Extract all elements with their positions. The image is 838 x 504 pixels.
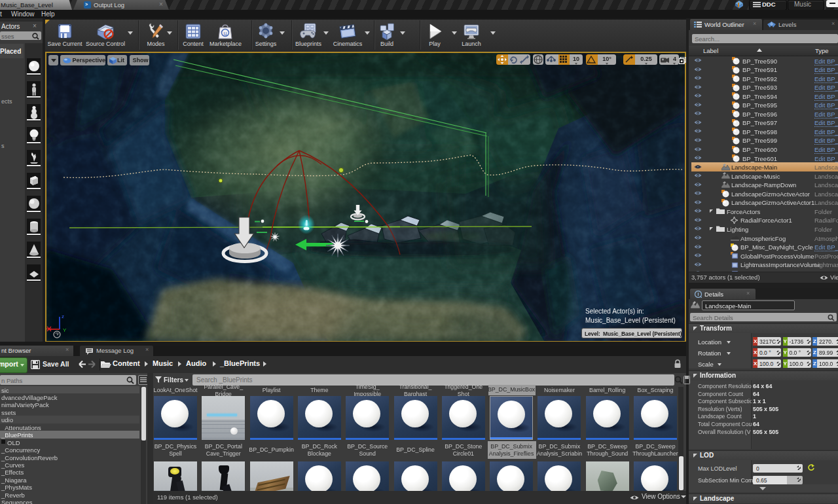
svg-text:Y: Y	[63, 327, 67, 333]
svg-text:u: u	[223, 30, 227, 37]
svg-text:z: z	[62, 314, 64, 319]
